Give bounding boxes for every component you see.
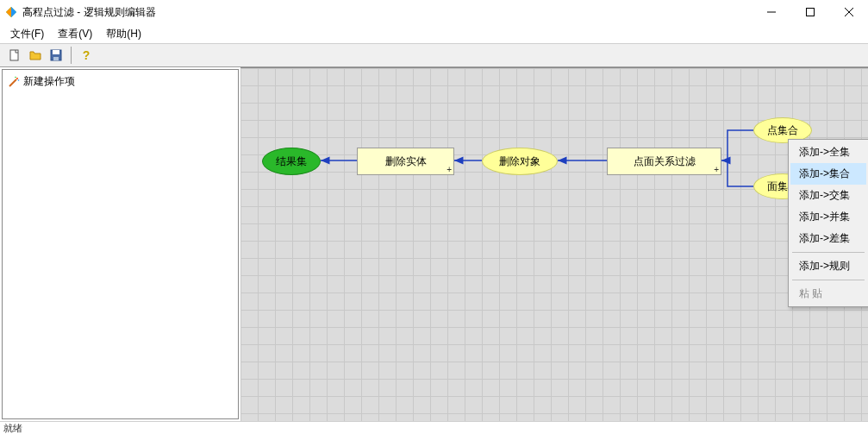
expand-icon: + (446, 165, 452, 174)
svg-point-15 (18, 79, 20, 81)
toolbar-separator (71, 47, 72, 64)
node-label: 删除实体 (385, 154, 427, 169)
node-label: 点面关系过滤 (634, 154, 696, 169)
svg-rect-7 (10, 50, 18, 60)
menu-file[interactable]: 文件(F) (3, 25, 51, 43)
svg-rect-4 (806, 9, 814, 16)
context-menu: 添加->全集 添加->集合 添加->交集 添加->并集 添加->差集 添加->规… (788, 139, 868, 307)
menu-help[interactable]: 帮助(H) (99, 25, 148, 43)
toolbar: ? (0, 43, 868, 67)
new-file-button[interactable] (5, 46, 24, 65)
ctx-add-intersection[interactable]: 添加->交集 (790, 185, 866, 206)
menu-view[interactable]: 查看(V) (51, 25, 99, 43)
tree-panel[interactable]: 新建操作项 (2, 69, 239, 419)
svg-line-12 (9, 79, 16, 86)
title-bar: 高程点过滤 - 逻辑规则编辑器 (0, 0, 868, 24)
open-file-button[interactable] (26, 46, 45, 65)
ctx-separator (792, 252, 865, 253)
node-label: 点集合 (767, 123, 798, 138)
save-button[interactable] (47, 46, 66, 65)
ctx-add-union[interactable]: 添加->并集 (790, 206, 866, 228)
ctx-add-all[interactable]: 添加->全集 (790, 142, 866, 163)
expand-icon: + (714, 165, 719, 174)
svg-rect-9 (53, 50, 59, 54)
svg-marker-1 (11, 7, 16, 17)
node-label: 结果集 (276, 154, 307, 169)
ctx-separator (792, 280, 865, 280)
status-bar: 就绪 (0, 421, 868, 434)
wand-icon (8, 76, 20, 88)
main-area: 新建操作项 结果集 删除实体 + (0, 67, 868, 421)
svg-point-13 (16, 78, 18, 79)
svg-rect-10 (53, 57, 59, 60)
window-title: 高程点过滤 - 逻辑规则编辑器 (22, 5, 752, 20)
minimize-button[interactable] (752, 0, 790, 24)
maximize-button[interactable] (790, 0, 829, 24)
node-result[interactable]: 结果集 (262, 148, 321, 175)
svg-text:?: ? (83, 48, 91, 62)
node-filter[interactable]: 点面关系过滤 + (607, 148, 721, 175)
ctx-add-set[interactable]: 添加->集合 (790, 163, 866, 185)
node-delete-object[interactable]: 删除对象 (482, 148, 558, 175)
node-label: 删除对象 (499, 154, 540, 169)
node-delete-entity[interactable]: 删除实体 + (357, 148, 454, 175)
ctx-paste[interactable]: 粘 贴 (790, 283, 866, 305)
canvas[interactable]: 结果集 删除实体 + 删除对象 点面关系过滤 + 点集合 面集合 添加->全集 … (240, 67, 868, 421)
ctx-add-difference[interactable]: 添加->差集 (790, 228, 866, 249)
menu-bar: 文件(F) 查看(V) 帮助(H) (0, 24, 868, 43)
svg-marker-2 (6, 7, 11, 17)
ctx-add-rule[interactable]: 添加->规则 (790, 255, 866, 277)
app-logo-icon (5, 6, 17, 18)
status-text: 就绪 (3, 422, 22, 435)
tree-item-label: 新建操作项 (23, 74, 75, 89)
close-button[interactable] (829, 0, 868, 24)
tree-root-item[interactable]: 新建操作项 (6, 73, 234, 90)
svg-point-14 (15, 76, 16, 78)
help-button[interactable]: ? (77, 46, 96, 65)
